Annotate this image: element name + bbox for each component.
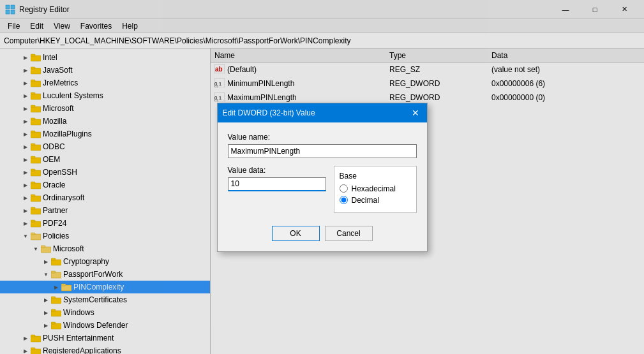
base-label: Base (340, 172, 411, 181)
dialog-title: Edit DWORD (32-bit) Value (223, 108, 315, 117)
dialog-overlay: Edit DWORD (32-bit) Value ✕ Value name: … (0, 0, 644, 354)
dec-label: Decimal (352, 196, 379, 205)
dialog-body: Value name: Value data: Base Hexadecimal… (218, 122, 427, 251)
dec-option[interactable]: Decimal (340, 196, 411, 205)
dialog-buttons: OK Cancel (228, 223, 417, 241)
hex-label: Hexadecimal (352, 184, 396, 193)
value-data-label: Value data: (228, 166, 326, 175)
dialog-title-bar: Edit DWORD (32-bit) Value ✕ (218, 103, 427, 122)
value-name-label: Value name: (228, 133, 417, 142)
cancel-button[interactable]: Cancel (325, 226, 373, 241)
hex-option[interactable]: Hexadecimal (340, 184, 411, 193)
dialog-close-button[interactable]: ✕ (409, 107, 422, 119)
data-base-row: Value data: Base Hexadecimal Decimal (228, 166, 417, 213)
ok-button[interactable]: OK (272, 226, 320, 241)
value-name-input[interactable] (228, 144, 417, 158)
hex-radio[interactable] (340, 184, 348, 193)
value-data-input[interactable] (228, 177, 326, 191)
dec-radio[interactable] (340, 196, 348, 204)
base-section: Base Hexadecimal Decimal (334, 166, 417, 213)
value-data-section: Value data: (228, 166, 326, 213)
edit-dword-dialog: Edit DWORD (32-bit) Value ✕ Value name: … (217, 103, 428, 252)
